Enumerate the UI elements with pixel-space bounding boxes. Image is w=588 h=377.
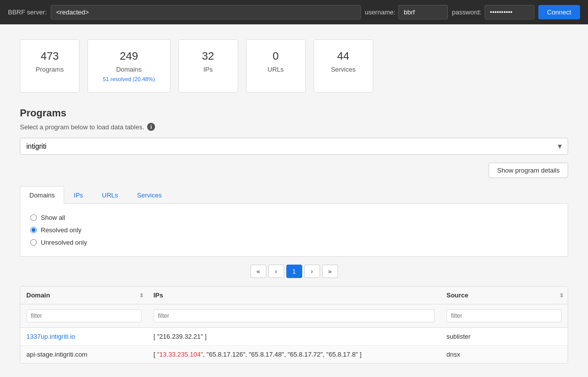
table-row: api-stage.intigriti.com[ "13.33.235.104"… xyxy=(20,346,568,364)
ip-value-1-1: "65.8.17.126" xyxy=(207,351,246,358)
stats-row: 473 Programs 249 Domains 51 resolved (20… xyxy=(20,39,568,93)
show-program-details-button[interactable]: Show program details xyxy=(489,163,568,178)
ip-value-1-2: "65.8.17.48" xyxy=(249,351,284,358)
ips-filter-cell xyxy=(148,304,440,328)
username-label: username: xyxy=(365,8,395,16)
tabs-bar: DomainsIPsURLsServices xyxy=(20,186,568,204)
connect-button[interactable]: Connect xyxy=(538,5,580,19)
table-filter-row xyxy=(20,304,568,328)
show-all-label: Show all xyxy=(41,214,65,221)
password-group: password: xyxy=(452,5,534,19)
table-header-row: Domain ⇕ IPs Source ⇕ xyxy=(20,286,568,304)
server-label: BBRF server: xyxy=(8,8,47,16)
table-cell-ips-1: [ "13.33.235.104", "65.8.17.126", "65.8.… xyxy=(148,346,440,364)
domain-link-0[interactable]: 1337up.intigriti.io xyxy=(26,333,75,340)
password-input[interactable] xyxy=(485,5,534,19)
tab-services[interactable]: Services xyxy=(128,186,171,204)
ip-value-1-4: "65.8.17.8" xyxy=(327,351,358,358)
pagination: « ‹ 1 › » xyxy=(20,265,568,278)
stat-card-services: 44 Services xyxy=(314,39,373,93)
tab-domains[interactable]: Domains xyxy=(20,186,64,204)
programs-section-title: Programs xyxy=(20,107,568,119)
resolved-only-radio-input[interactable] xyxy=(30,227,37,233)
stat-label-urls: URLs xyxy=(261,66,290,73)
stat-label-programs: Programs xyxy=(35,66,64,73)
resolved-only-radio[interactable]: Resolved only xyxy=(30,226,558,234)
table-cell-domain-1: api-stage.intigriti.com xyxy=(20,346,148,364)
stat-number-ips: 32 xyxy=(194,50,223,63)
ip-value-1-0: "13.33.235.104" xyxy=(157,351,203,358)
stat-number-domains: 249 xyxy=(103,50,155,63)
stat-label-domains: Domains xyxy=(103,66,155,73)
table-cell-ips-0: [ "216.239.32.21" ] xyxy=(148,328,440,346)
main-content: 473 Programs 249 Domains 51 resolved (20… xyxy=(0,24,588,377)
username-group: username: xyxy=(365,5,448,19)
info-icon: i xyxy=(147,123,155,131)
unresolved-only-radio[interactable]: Unresolved only xyxy=(30,239,558,246)
domain-column-header[interactable]: Domain ⇕ xyxy=(20,286,148,304)
sort-icon-domain: ⇕ xyxy=(139,292,144,298)
table-cell-source-1: dnsx xyxy=(440,346,568,364)
domain-filter-input[interactable] xyxy=(26,309,142,322)
source-filter-cell xyxy=(440,304,568,328)
username-input[interactable] xyxy=(398,5,448,19)
ip-value-1-3: "65.8.17.72" xyxy=(288,351,323,358)
stat-number-programs: 473 xyxy=(35,50,64,63)
unresolved-only-radio-input[interactable] xyxy=(30,239,37,246)
next-page-button[interactable]: › xyxy=(304,265,320,278)
stat-card-programs: 473 Programs xyxy=(20,39,80,93)
stat-card-urls: 0 URLs xyxy=(246,39,306,93)
stat-label-ips: IPs xyxy=(194,66,223,73)
source-filter-input[interactable] xyxy=(446,309,562,322)
filter-panel: Show all Resolved only Unresolved only xyxy=(20,204,568,257)
table-row: 1337up.intigriti.io[ "216.239.32.21" ]su… xyxy=(20,328,568,346)
table-body: 1337up.intigriti.io[ "216.239.32.21" ]su… xyxy=(20,328,568,364)
ips-filter-input[interactable] xyxy=(154,309,434,322)
program-select-wrapper: intigriti ▼ xyxy=(20,138,568,155)
source-column-header[interactable]: Source ⇕ xyxy=(440,286,568,304)
unresolved-only-label: Unresolved only xyxy=(41,239,87,246)
ips-column-header[interactable]: IPs xyxy=(148,286,440,304)
stat-number-urls: 0 xyxy=(261,50,290,63)
stat-card-ips: 32 IPs xyxy=(178,39,238,93)
table-cell-source-0: sublister xyxy=(440,328,568,346)
header: BBRF server: username: password: Connect xyxy=(0,0,588,24)
tab-ips[interactable]: IPs xyxy=(64,186,92,204)
stat-label-services: Services xyxy=(329,66,358,73)
show-all-radio[interactable]: Show all xyxy=(30,214,558,221)
resolved-only-label: Resolved only xyxy=(41,226,82,234)
table-cell-domain-0: 1337up.intigriti.io xyxy=(20,328,148,346)
first-page-button[interactable]: « xyxy=(251,265,266,278)
program-select[interactable]: intigriti xyxy=(20,138,568,155)
tab-urls[interactable]: URLs xyxy=(92,186,128,204)
prev-page-button[interactable]: ‹ xyxy=(268,265,284,278)
domain-filter-cell xyxy=(20,304,148,328)
stat-card-domains: 249 Domains 51 resolved (20.48%) xyxy=(87,39,170,93)
sort-icon-source: ⇕ xyxy=(559,292,564,298)
domains-table: Domain ⇕ IPs Source ⇕ xyxy=(20,286,568,364)
password-label: password: xyxy=(452,8,481,16)
server-input[interactable] xyxy=(51,5,361,19)
filter-radio-group: Show all Resolved only Unresolved only xyxy=(30,214,558,246)
stat-sub-domains: 51 resolved (20.48%) xyxy=(103,76,155,82)
programs-section-desc: Select a program below to load data tabl… xyxy=(20,123,568,131)
stat-number-services: 44 xyxy=(329,50,358,63)
last-page-button[interactable]: » xyxy=(322,265,338,278)
current-page-button[interactable]: 1 xyxy=(286,265,302,278)
show-all-radio-input[interactable] xyxy=(30,214,37,221)
